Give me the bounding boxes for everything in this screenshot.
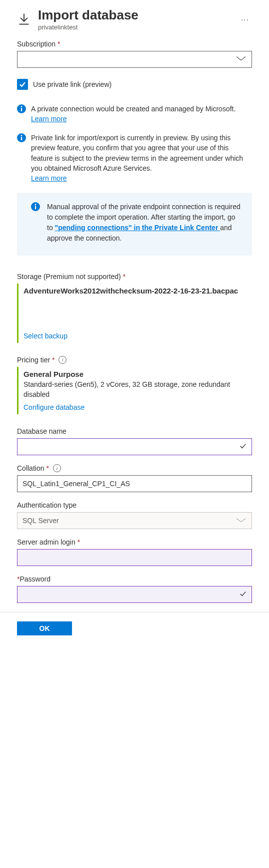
svg-point-2	[21, 106, 22, 107]
configure-database-link[interactable]: Configure database	[24, 403, 84, 411]
info-icon[interactable]: i	[53, 464, 61, 472]
check-icon	[240, 590, 246, 599]
select-backup-link[interactable]: Select backup	[24, 332, 68, 340]
database-name-label: Database name	[17, 427, 252, 435]
pricing-tier-label: Pricing tier * i	[17, 356, 252, 364]
database-name-input[interactable]	[17, 438, 252, 455]
collation-label: Collation * i	[17, 464, 252, 472]
pricing-tier-details: Standard-series (Gen5), 2 vCores, 32 GB …	[24, 379, 249, 400]
use-private-link-label: Use private link (preview)	[33, 80, 112, 88]
svg-rect-7	[35, 206, 36, 209]
storage-label: Storage (Premium not supported) *	[17, 273, 252, 281]
download-icon	[17, 12, 31, 30]
info-privateconn-text: A private connection would be created an…	[31, 105, 236, 113]
svg-rect-1	[21, 108, 22, 111]
info-icon[interactable]: i	[58, 356, 66, 364]
admin-login-input[interactable]	[17, 549, 252, 566]
auth-type-label: Authentication type	[17, 501, 252, 509]
info-icon	[17, 104, 26, 113]
auth-type-dropdown[interactable]: SQL Server	[17, 512, 252, 529]
use-private-link-checkbox[interactable]	[17, 79, 28, 90]
admin-login-label: Server admin login *	[17, 538, 252, 546]
subscription-dropdown[interactable]	[17, 51, 252, 68]
info-icon	[31, 202, 40, 211]
svg-rect-4	[21, 137, 22, 141]
ok-button[interactable]: OK	[17, 621, 72, 635]
password-label: *Password	[17, 575, 252, 583]
more-button[interactable]: ···	[238, 13, 252, 27]
page-subtitle: privatelinktest	[38, 23, 231, 31]
info-icon	[17, 133, 26, 142]
pricing-tier-name: General Purpose	[24, 370, 249, 378]
chevron-down-icon	[236, 55, 246, 63]
info-preview-text: Private link for import/export is curren…	[31, 134, 243, 172]
password-input[interactable]	[17, 586, 252, 603]
subscription-label: Subscription *	[17, 40, 252, 48]
svg-point-5	[21, 135, 22, 136]
check-icon	[240, 443, 246, 451]
page-title: Import database	[38, 8, 231, 22]
callout-text: Manual approval of the private endpoint …	[47, 202, 242, 244]
collation-input[interactable]	[17, 475, 252, 492]
svg-point-8	[35, 204, 36, 205]
learn-more-link-2[interactable]: Learn more	[31, 173, 67, 183]
chevron-down-icon	[236, 517, 246, 525]
storage-filename: AdventureWorks2012withchecksum-2022-2-16…	[24, 287, 249, 295]
pending-connections-link[interactable]: "pending connections" in the Private Lin…	[55, 224, 220, 232]
learn-more-link-1[interactable]: Learn more	[31, 114, 67, 124]
